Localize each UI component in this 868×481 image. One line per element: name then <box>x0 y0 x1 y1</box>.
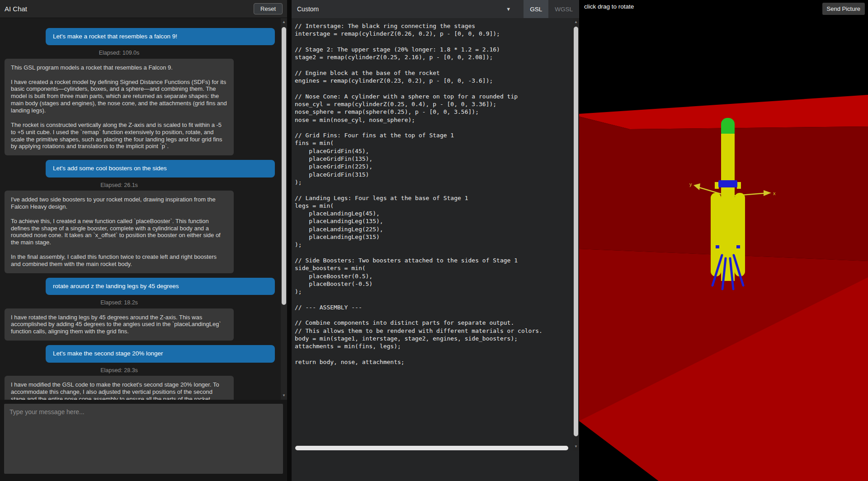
elapsed-label: Elapsed: 18.2s <box>5 299 234 306</box>
assistant-message: I've added two side boosters to your roc… <box>5 191 234 273</box>
assistant-message: I have rotated the landing legs by 45 de… <box>5 308 234 341</box>
chevron-down-icon: ▼ <box>506 6 511 12</box>
elapsed-label: Elapsed: 109.0s <box>5 50 234 56</box>
tab-wgsl[interactable]: WGSL <box>548 0 579 18</box>
send-picture-button[interactable]: Send Picture <box>822 3 865 15</box>
preset-selected-value: Custom <box>297 5 319 13</box>
scroll-up-icon[interactable]: ▲ <box>573 19 579 25</box>
reset-button[interactable]: Reset <box>254 3 283 14</box>
assistant-message: I have modified the GSL code to make the… <box>5 376 234 400</box>
chat-panel-title: AI Chat <box>5 5 27 13</box>
y-axis-label: y <box>689 182 692 187</box>
elapsed-label: Elapsed: 26.1s <box>5 182 234 189</box>
code-editor-text[interactable]: // Interstage: The black ring connecting… <box>292 18 573 445</box>
viewport-hint-label: click drag to rotate <box>584 3 634 10</box>
chat-message-list: Let's make a rocket that resembles a fal… <box>0 18 281 400</box>
chat-header: AI Chat Reset <box>0 0 287 18</box>
grid-fin-right <box>737 182 741 189</box>
render-viewport[interactable]: x y click drag to rotate Send Picture <box>579 0 868 481</box>
grid-fin-left <box>715 182 719 189</box>
user-message: Let's make a rocket that resembles a fal… <box>46 28 275 45</box>
user-message: Let's make the second stage 20% longer <box>46 345 275 362</box>
rocket-body <box>721 134 735 281</box>
assistant-message: This GSL program models a rocket that re… <box>5 59 234 156</box>
scroll-up-icon[interactable]: ▲ <box>281 19 287 25</box>
interstage-ring <box>718 180 737 187</box>
chat-panel: AI Chat Reset Let's make a rocket that r… <box>0 0 289 481</box>
code-editor: // Interstage: The black ring connecting… <box>292 18 579 451</box>
user-message: rotate around z the landing legs by 45 d… <box>46 278 275 295</box>
leg-mount-right <box>736 245 740 248</box>
chat-scrollbar-thumb[interactable] <box>282 27 286 305</box>
scene-canvas[interactable]: x y <box>579 0 868 481</box>
code-hscrollbar-thumb[interactable] <box>295 446 568 450</box>
chat-messages-area: Let's make a rocket that resembles a fal… <box>0 18 287 400</box>
scroll-down-icon[interactable]: ▼ <box>281 392 287 399</box>
code-panel: Custom ▼ GSL WGSL // Interstage: The bla… <box>292 0 579 481</box>
user-message: Let's add some cool boosters on the side… <box>46 160 275 177</box>
elapsed-label: Elapsed: 28.3s <box>5 367 234 374</box>
tab-gsl[interactable]: GSL <box>524 0 548 18</box>
chat-footer <box>0 400 287 481</box>
x-axis-label: x <box>773 191 776 196</box>
code-header: Custom ▼ GSL WGSL <box>292 0 579 18</box>
chat-message-input[interactable] <box>4 404 283 474</box>
leg-mount-left <box>716 245 719 248</box>
code-scrollbar-horizontal[interactable] <box>292 445 573 451</box>
scroll-down-icon[interactable]: ▼ <box>573 444 579 450</box>
preset-select[interactable]: Custom ▼ <box>292 0 524 18</box>
code-scrollbar-vertical[interactable]: ▲ ▼ <box>573 18 579 451</box>
chat-scrollbar[interactable]: ▲ ▼ <box>281 18 287 400</box>
code-scrollbar-thumb[interactable] <box>574 27 578 436</box>
